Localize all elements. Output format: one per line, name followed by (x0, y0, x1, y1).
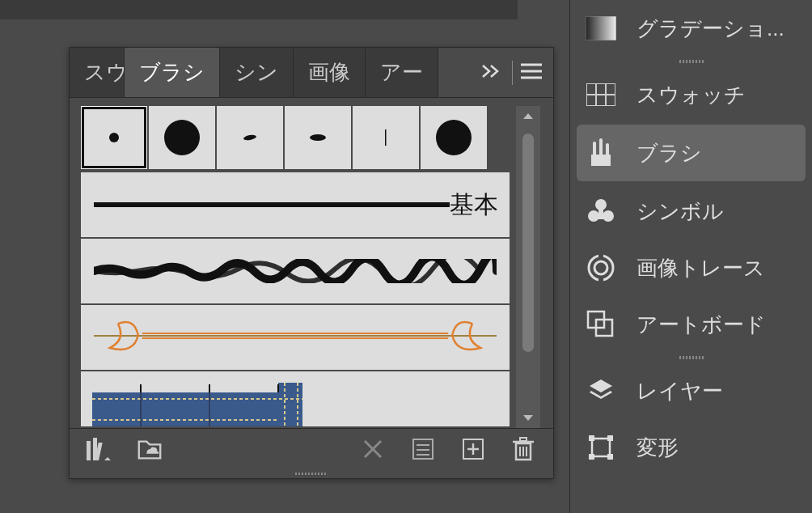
svg-rect-11 (278, 383, 302, 426)
brush-stroke-list: 基本 (81, 172, 510, 428)
panel-scrollbar[interactable] (516, 106, 540, 428)
tab-symbols[interactable]: シン (220, 48, 294, 97)
sidebar-label: 変形 (636, 434, 679, 462)
expand-tabs-icon[interactable] (481, 64, 504, 82)
sidebar-item-symbols[interactable]: シンボル (570, 183, 812, 240)
swatches-icon (585, 78, 617, 111)
brush-thumb-6[interactable] (421, 106, 487, 169)
tab-artboards[interactable]: アー (366, 48, 438, 97)
svg-rect-10 (92, 392, 302, 426)
artboards-icon (585, 308, 617, 341)
svg-point-48 (594, 261, 607, 274)
sidebar-item-artboards[interactable]: アートボード (570, 296, 812, 353)
svg-point-1 (164, 120, 200, 155)
tab-swatches[interactable]: スウ (70, 48, 125, 97)
canvas-top-edge (0, 0, 518, 19)
brush-thumb-3[interactable] (217, 106, 283, 169)
scroll-down-icon[interactable] (516, 409, 540, 428)
brush-thumb-4[interactable] (285, 106, 351, 169)
panel-footer (70, 428, 553, 468)
svg-point-0 (109, 133, 119, 142)
brush-thumb-5[interactable] (353, 106, 419, 169)
svg-rect-50 (598, 276, 603, 282)
brush-thumb-2[interactable] (149, 106, 215, 169)
brushes-panel: スウ ブラシ シン 画像 アー (69, 47, 554, 479)
drag-handle[interactable] (570, 353, 812, 362)
panel-body: 基本 (70, 98, 553, 428)
sidebar-item-swatches[interactable]: スウォッチ (570, 66, 812, 123)
sidebar-item-brushes[interactable]: ブラシ (577, 125, 806, 181)
brush-row-ornament[interactable] (81, 305, 510, 371)
svg-rect-46 (598, 208, 603, 219)
transform-icon (585, 431, 617, 464)
svg-point-3 (310, 134, 326, 141)
library-icon[interactable] (86, 435, 113, 463)
panel-menu-icon[interactable] (521, 63, 542, 83)
symbols-icon (585, 195, 617, 227)
sidebar-label: レイヤー (636, 377, 723, 405)
delete-brush-icon[interactable] (510, 435, 537, 463)
sidebar-label: ブラシ (636, 139, 702, 167)
svg-point-5 (436, 120, 472, 155)
layers-icon (585, 375, 617, 407)
brush-label-basic: 基本 (450, 189, 498, 222)
sidebar-label: 画像トレース (636, 254, 765, 282)
scroll-up-icon[interactable] (516, 106, 540, 125)
sidebar-item-image-trace[interactable]: 画像トレース (570, 240, 812, 296)
svg-rect-37 (586, 16, 616, 40)
svg-rect-57 (607, 454, 613, 460)
options-icon[interactable] (409, 435, 437, 463)
svg-point-2 (243, 134, 257, 142)
panel-resize-grip[interactable] (70, 468, 553, 478)
brush-row-charcoal[interactable] (81, 239, 510, 305)
svg-rect-4 (385, 129, 387, 146)
svg-rect-54 (589, 435, 594, 441)
sidebar-label: シンボル (636, 197, 724, 226)
sidebar-item-gradient[interactable]: グラデーショ... (570, 0, 812, 57)
brush-row-basic[interactable]: 基本 (81, 172, 510, 239)
sidebar-label: アートボード (636, 311, 766, 339)
brushes-icon (585, 137, 617, 169)
scroll-thumb[interactable] (522, 134, 534, 352)
brush-row-denim[interactable] (81, 371, 510, 428)
separator (512, 61, 513, 85)
sidebar-label: グラデーショ... (636, 15, 785, 43)
cloud-library-icon[interactable] (136, 435, 163, 463)
svg-rect-21 (87, 441, 91, 460)
brush-thumbnail-row (81, 106, 542, 169)
svg-rect-49 (598, 253, 603, 260)
svg-rect-56 (589, 454, 594, 460)
svg-rect-53 (592, 439, 610, 456)
sidebar-item-transform[interactable]: 変形 (570, 419, 812, 476)
svg-rect-33 (520, 438, 527, 441)
brush-thumb-1[interactable] (81, 106, 147, 169)
new-brush-icon[interactable] (459, 435, 487, 463)
drag-handle[interactable] (570, 57, 812, 66)
remove-stroke-icon[interactable] (359, 435, 387, 463)
tab-image-trace[interactable]: 画像 (294, 48, 366, 97)
panel-tab-bar: スウ ブラシ シン 画像 アー (70, 48, 553, 98)
svg-point-44 (588, 210, 599, 222)
right-sidebar: グラデーショ... スウォッチ ブラシ シンボル 画像トレース アートボード (569, 0, 812, 513)
sidebar-label: スウォッチ (636, 81, 746, 109)
svg-point-45 (603, 210, 614, 222)
gradient-icon (585, 12, 617, 45)
svg-rect-55 (607, 435, 613, 441)
svg-rect-42 (591, 155, 611, 166)
sidebar-item-layers[interactable]: レイヤー (570, 362, 812, 419)
tab-brushes[interactable]: ブラシ (125, 48, 220, 97)
image-trace-icon (585, 252, 617, 284)
